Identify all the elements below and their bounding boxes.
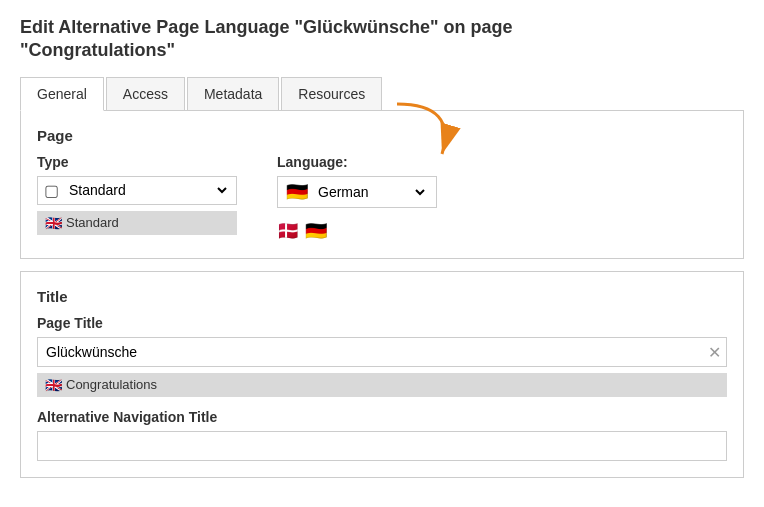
page-section: Page Type ▢ Standard 🇬🇧 <box>20 111 744 259</box>
clear-title-button[interactable]: ✕ <box>708 342 721 361</box>
tab-metadata[interactable]: Metadata <box>187 77 279 110</box>
page-section-title: Page <box>37 127 727 144</box>
ref-title-row: 🇬🇧 Congratulations <box>37 373 727 397</box>
page-title-label: Page Title <box>37 315 727 331</box>
alt-nav-label: Alternative Navigation Title <box>37 409 727 425</box>
alt-nav-input[interactable] <box>37 431 727 461</box>
title-section-heading: Title <box>37 288 727 305</box>
page-form-row: Type ▢ Standard 🇬🇧 Standard <box>37 154 727 242</box>
type-reference-row: 🇬🇧 Standard <box>37 211 237 235</box>
gb-flag-title: 🇬🇧 <box>45 377 62 393</box>
tab-access[interactable]: Access <box>106 77 185 110</box>
gb-flag-type: 🇬🇧 <box>45 215 62 231</box>
de-flag-select: 🇩🇪 <box>286 181 308 203</box>
page-title-input[interactable] <box>37 337 727 367</box>
page-title-input-wrapper: ✕ <box>37 337 727 367</box>
dk-flag[interactable]: 🇩🇰 <box>277 220 299 242</box>
tab-resources[interactable]: Resources <box>281 77 382 110</box>
type-group: Type ▢ Standard 🇬🇧 Standard <box>37 154 237 235</box>
type-select-wrapper[interactable]: ▢ Standard <box>37 176 237 205</box>
language-group: Language: 🇩🇪 German English Danish 🇩🇰 🇩🇪 <box>277 154 437 242</box>
page-type-icon: ▢ <box>44 181 59 200</box>
orange-arrow-icon <box>387 94 467 174</box>
title-section: Title Page Title ✕ 🇬🇧 Congratulations Al… <box>20 271 744 478</box>
language-select-wrapper[interactable]: 🇩🇪 German English Danish <box>277 176 437 208</box>
tabs-bar: General Access Metadata Resources <box>20 77 744 111</box>
type-select[interactable]: Standard <box>65 181 230 199</box>
type-label: Type <box>37 154 237 170</box>
tab-general[interactable]: General <box>20 77 104 111</box>
page-heading: Edit Alternative Page Language "Glückwün… <box>20 16 744 63</box>
language-select[interactable]: German English Danish <box>314 183 428 201</box>
de-flag[interactable]: 🇩🇪 <box>305 220 327 242</box>
language-flags: 🇩🇰 🇩🇪 <box>277 220 437 242</box>
